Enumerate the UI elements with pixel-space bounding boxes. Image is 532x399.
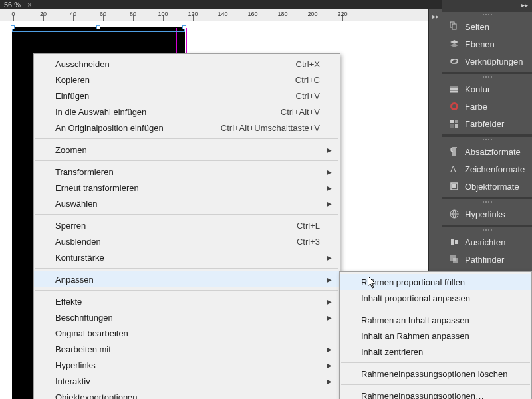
color-icon [449,101,460,112]
menu-separator [35,268,338,269]
menu-item[interactable]: AusblendenCtrl+3 [34,233,340,249]
char-icon: A [449,164,460,174]
panel-pages[interactable]: Seiten [442,18,532,35]
panel-label: Kontur [465,84,490,94]
panel-path[interactable]: Pathfinder [442,251,532,268]
menu-item[interactable]: Bearbeiten mit▶ [34,341,340,357]
submenu-item-label: Rahmen proportional füllen [361,277,465,287]
svg-rect-9 [450,124,454,128]
submenu-arrow-icon: ▶ [327,346,332,353]
links-icon [449,56,460,66]
menu-item-label: Kopieren [55,75,90,85]
menu-item[interactable]: AusschneidenCtrl+X [34,56,340,72]
menu-separator [35,138,338,139]
menu-item[interactable]: Erneut transformieren▶ [34,180,340,196]
hyper-icon [449,209,460,219]
panel-layers[interactable]: Ebenen [442,35,532,53]
handle-nw[interactable] [11,25,15,29]
menu-item[interactable]: Beschriftungen▶ [34,309,340,325]
close-icon[interactable]: × [27,1,31,9]
menu-item-label: Zoomen [55,145,87,155]
menu-item[interactable]: Transformieren▶ [34,164,340,180]
submenu-item[interactable]: Inhalt proportional anpassen [340,290,531,306]
menu-item-label: Sperren [55,221,86,231]
menu-item-label: Interaktiv [55,376,90,386]
svg-point-6 [452,104,456,108]
menu-item-label: Ausblenden [55,237,101,247]
panel-label: Absatzformate [465,147,521,157]
menu-item[interactable]: Objektexportoptionen… [34,389,340,399]
menu-item[interactable]: Anpassen▶ [34,271,340,287]
stroke-icon [449,84,460,94]
panel-para[interactable]: Absatzformate [442,143,532,160]
para-icon [449,146,460,157]
menu-shortcut: Ctrl+V [296,91,320,101]
svg-rect-18 [453,258,458,263]
panel-label: Ausrichten [465,237,505,247]
menu-item-label: An Originalposition einfügen [55,123,164,133]
menu-item-label: Anpassen [55,275,94,285]
panel-stroke[interactable]: Kontur [442,80,532,98]
menu-item-label: In die Auswahl einfügen [55,107,146,117]
menu-item-label: Original bearbeiten [55,329,128,338]
panel-swatches[interactable]: Farbfelder [442,115,532,132]
menu-item[interactable]: Interaktiv▶ [34,373,340,389]
menu-item[interactable]: Original bearbeiten [34,325,340,341]
menu-item-label: Bearbeiten mit [55,344,111,354]
panel-links[interactable]: Verknüpfungen [442,53,532,70]
submenu-item[interactable]: Rahmen an Inhalt anpassen [340,312,531,328]
menu-item[interactable]: SperrenCtrl+L [34,217,340,233]
submenu-item[interactable]: Rahmeneinpassungsoptionen löschen [340,366,531,382]
menu-item[interactable]: EinfügenCtrl+V [34,88,340,104]
submenu-item[interactable]: Rahmeneinpassungsoptionen… [340,388,531,399]
menu-item[interactable]: Zoomen▶ [34,142,340,158]
menu-item[interactable]: Konturstärke▶ [34,249,340,265]
menu-item[interactable]: KopierenCtrl+C [34,72,340,88]
menu-item[interactable]: An Originalposition einfügenCtrl+Alt+Ums… [34,120,340,136]
panel-label: Pathfinder [465,255,504,265]
menu-item-label: Objektexportoptionen… [55,392,146,400]
menu-item-label: Auswählen [55,199,98,209]
menu-separator [341,362,530,363]
expand-icon[interactable]: ▸▸ [429,9,442,23]
panel-char[interactable]: AZeichenformate [442,160,532,178]
pages-icon [449,21,460,32]
submenu-item[interactable]: Inhalt zentrieren [340,344,531,360]
panel-label: Seiten [465,22,489,32]
svg-rect-1 [452,24,456,29]
panel-align[interactable]: Ausrichten [442,233,532,251]
layers-icon [449,39,460,49]
zoom-level: 56 % [4,1,21,9]
panel-hyper[interactable]: Hyperlinks [442,205,532,223]
menu-separator [341,309,530,309]
menu-item[interactable]: In die Auswahl einfügenCtrl+Alt+V [34,104,340,120]
menu-item[interactable]: Hyperlinks▶ [34,357,340,373]
submenu-item[interactable]: Rahmen proportional füllen [340,274,531,290]
menu-item[interactable]: Effekte▶ [34,293,340,309]
panel-obj[interactable]: Objektformate [442,178,532,195]
selection-frame[interactable] [12,27,185,32]
handle-n[interactable] [96,25,100,29]
context-submenu-anpassen: Rahmen proportional füllenInhalt proport… [339,271,532,399]
menu-shortcut: Ctrl+C [295,75,320,85]
menu-shortcut: Ctrl+Alt+V [281,107,320,117]
collapse-icon[interactable]: ▸▸ [442,0,532,9]
submenu-item-label: Rahmeneinpassungsoptionen… [361,391,484,400]
menu-item-label: Effekte [55,297,82,307]
menu-item-label: Ausschneiden [55,59,110,69]
svg-rect-16 [455,240,458,244]
svg-rect-15 [451,239,454,245]
submenu-item-label: Inhalt zentrieren [361,347,423,357]
panel-label: Zeichenformate [465,164,525,174]
submenu-arrow-icon: ▶ [327,378,332,385]
align-icon [449,237,460,247]
submenu-arrow-icon: ▶ [327,362,332,369]
panel-color[interactable]: Farbe [442,98,532,115]
svg-rect-13 [452,184,456,188]
menu-shortcut: Ctrl+X [296,59,320,69]
panel-label: Verknüpfungen [465,57,523,66]
menu-item[interactable]: Auswählen▶ [34,196,340,211]
handle-ne[interactable] [182,25,186,29]
menu-item-label: Einfügen [55,91,89,101]
submenu-item[interactable]: Inhalt an Rahmen anpassen [340,328,531,344]
